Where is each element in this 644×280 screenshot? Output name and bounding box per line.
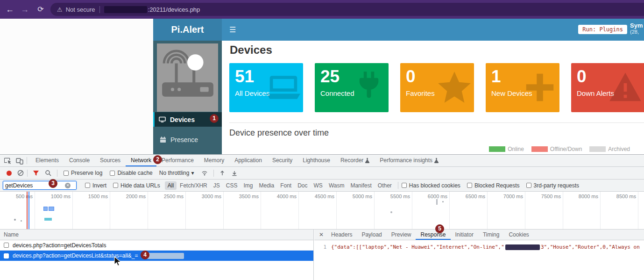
filter-type-media[interactable]: Media bbox=[256, 181, 277, 190]
filter-type-other[interactable]: Other bbox=[375, 181, 395, 190]
hamburger-menu-icon[interactable]: ☰ bbox=[229, 25, 236, 34]
filter-type-doc[interactable]: Doc bbox=[295, 181, 310, 190]
presence-panel: Device presence over time Online Offline… bbox=[229, 122, 644, 154]
gridline bbox=[185, 192, 186, 229]
sidebar-item-presence[interactable]: Presence bbox=[153, 132, 222, 147]
presence-title: Device presence over time bbox=[229, 123, 644, 138]
checkbox-label: 3rd-party requests bbox=[534, 182, 579, 189]
close-icon[interactable]: ✕ bbox=[319, 231, 324, 238]
filter-type-ws[interactable]: WS bbox=[311, 181, 326, 190]
tab-network[interactable]: Network bbox=[126, 155, 156, 166]
invert-checkbox[interactable]: Invert bbox=[85, 182, 106, 189]
checkbox[interactable] bbox=[4, 243, 9, 248]
navbar-user[interactable]: Sym (28, bbox=[630, 22, 644, 35]
card-down-alerts[interactable]: 0 Down Alerts bbox=[571, 63, 644, 112]
timeline-activity-mark bbox=[390, 211, 392, 213]
sidebar: Devices Presence bbox=[153, 41, 222, 154]
tick-label: 2000 ms bbox=[119, 194, 146, 199]
throttling-value: No throttling bbox=[159, 170, 190, 176]
tab-cookies[interactable]: Cookies bbox=[504, 230, 533, 240]
tab-response[interactable]: Response bbox=[416, 230, 450, 240]
tab-sources[interactable]: Sources bbox=[95, 155, 126, 166]
mouse-cursor bbox=[114, 256, 122, 267]
device-toolbar-icon[interactable] bbox=[16, 157, 23, 165]
tab-console[interactable]: Console bbox=[64, 155, 95, 166]
filter-type-font[interactable]: Font bbox=[277, 181, 294, 190]
search-icon[interactable] bbox=[45, 170, 51, 176]
clear-icon[interactable] bbox=[17, 170, 24, 176]
gridline bbox=[449, 192, 450, 229]
filter-type-all[interactable]: All bbox=[165, 181, 177, 190]
step-badge-2: 2 bbox=[153, 155, 162, 164]
tick-label: 3500 ms bbox=[232, 194, 259, 199]
gridline bbox=[525, 192, 525, 229]
card-all-devices[interactable]: 51 All Devices bbox=[229, 63, 303, 112]
card-new-devices[interactable]: 1 New Devices bbox=[486, 63, 559, 112]
gridline bbox=[298, 192, 299, 229]
tab-payload[interactable]: Payload bbox=[357, 230, 386, 240]
card-favorites[interactable]: 0 Favorites bbox=[400, 63, 474, 112]
gridline bbox=[148, 192, 148, 229]
network-bottom-split: Name devices.php?action=getDevicesTotals… bbox=[0, 230, 644, 280]
checkbox-label: Disable cache bbox=[117, 170, 152, 176]
network-conditions-icon[interactable] bbox=[201, 170, 208, 176]
disable-cache-checkbox[interactable]: Disable cache bbox=[110, 170, 152, 176]
tab-timing[interactable]: Timing bbox=[478, 230, 504, 240]
request-row[interactable]: devices.php?action=getDevicesTotals bbox=[0, 240, 313, 251]
filter-type-fetchxhr[interactable]: Fetch/XHR bbox=[177, 181, 210, 190]
inspect-element-icon[interactable] bbox=[4, 157, 12, 165]
forward-icon[interactable]: → bbox=[19, 3, 31, 15]
card-connected[interactable]: 25 Connected bbox=[315, 63, 389, 112]
hide-data-urls-checkbox[interactable]: Hide data URLs bbox=[113, 182, 160, 189]
tab-security[interactable]: Security bbox=[267, 155, 297, 166]
details-tabbar: ✕ Headers Payload Preview Response Initi… bbox=[314, 230, 644, 240]
filter-type-css[interactable]: CSS bbox=[223, 181, 241, 190]
experiment-flask-icon bbox=[434, 158, 439, 163]
tab-performance[interactable]: Performance bbox=[156, 155, 199, 166]
tab-recorder[interactable]: Recorder bbox=[335, 155, 375, 166]
export-har-icon[interactable] bbox=[231, 170, 238, 176]
run-plugins-button[interactable]: Run: Plugins bbox=[578, 25, 627, 34]
requests-name-header[interactable]: Name bbox=[0, 230, 313, 240]
gridline bbox=[110, 192, 110, 229]
app-logo[interactable]: Pi.Alert bbox=[153, 19, 222, 41]
reload-icon[interactable]: ⟳ bbox=[35, 3, 47, 15]
back-icon[interactable]: ← bbox=[4, 3, 16, 15]
checkbox[interactable] bbox=[4, 253, 9, 258]
tab-initiator[interactable]: Initiator bbox=[451, 230, 478, 240]
address-bar[interactable]: ⚠ Not secure :20211/devices.php bbox=[50, 3, 644, 16]
user-sub: (28, bbox=[630, 29, 644, 35]
tab-lighthouse[interactable]: Lighthouse bbox=[297, 155, 335, 166]
tab-performance-insights[interactable]: Performance insights bbox=[375, 155, 444, 166]
tab-memory[interactable]: Memory bbox=[199, 155, 229, 166]
tab-headers[interactable]: Headers bbox=[326, 230, 357, 240]
request-details-pane: ✕ Headers Payload Preview Response Initi… bbox=[314, 230, 644, 280]
filter-type-manifest[interactable]: Manifest bbox=[347, 181, 374, 190]
preserve-log-checkbox[interactable]: Preserve log bbox=[64, 170, 102, 176]
filter-type-wasm[interactable]: Wasm bbox=[326, 181, 347, 190]
has-blocked-cookies-checkbox[interactable]: Has blocked cookies bbox=[402, 182, 460, 189]
legend-label: Archived bbox=[608, 146, 630, 152]
record-icon[interactable] bbox=[7, 171, 12, 176]
filter-type-img[interactable]: Img bbox=[241, 181, 255, 190]
blocked-requests-checkbox[interactable]: Blocked Requests bbox=[467, 182, 520, 189]
import-har-icon[interactable] bbox=[219, 170, 226, 176]
filter-icon[interactable] bbox=[33, 170, 39, 176]
request-row-selected[interactable]: devices.php?action=getDevicesList&status… bbox=[0, 251, 313, 261]
clear-filter-icon[interactable]: ✕ bbox=[65, 183, 71, 188]
third-party-requests-checkbox[interactable]: 3rd-party requests bbox=[526, 182, 579, 189]
throttling-dropdown[interactable]: No throttling▾ bbox=[159, 170, 194, 176]
not-secure-label: Not secure bbox=[66, 6, 95, 13]
checkbox bbox=[113, 183, 118, 188]
tab-elements[interactable]: Elements bbox=[30, 155, 64, 166]
tab-application[interactable]: Application bbox=[229, 155, 267, 166]
checkbox bbox=[467, 183, 472, 188]
gridline bbox=[374, 192, 375, 229]
network-toolbar: Preserve log Disable cache No throttling… bbox=[0, 167, 644, 179]
network-overview-timeline[interactable]: 500 ms 1000 ms 1500 ms 2000 ms 2500 ms 3… bbox=[0, 192, 644, 230]
tab-preview[interactable]: Preview bbox=[387, 230, 416, 240]
legend-online: Online bbox=[489, 146, 524, 152]
filter-type-js[interactable]: JS bbox=[211, 181, 223, 190]
gridline bbox=[336, 192, 337, 229]
response-body[interactable]: 1{"data":[["laptop","Net - Huawei","Inte… bbox=[314, 240, 644, 250]
